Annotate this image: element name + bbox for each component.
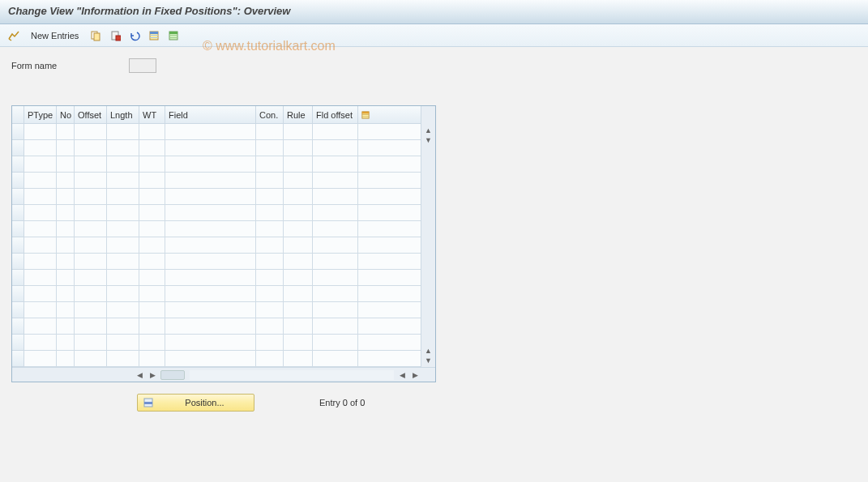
row-selector[interactable] xyxy=(12,286,24,302)
row-selector[interactable] xyxy=(12,302,24,318)
cell-lngth[interactable] xyxy=(107,205,139,221)
delete-icon[interactable] xyxy=(108,28,122,43)
cell-con[interactable] xyxy=(256,124,284,140)
cell-fld_offset[interactable] xyxy=(313,156,358,173)
cell-field[interactable] xyxy=(165,173,256,189)
row-selector[interactable] xyxy=(12,254,24,270)
hscroll-right2-icon[interactable]: ▶ xyxy=(409,369,421,381)
cell-field[interactable] xyxy=(165,286,256,302)
col-ptype[interactable]: PType xyxy=(24,106,57,123)
cell-offset[interactable] xyxy=(75,156,107,173)
cell-rule[interactable] xyxy=(284,237,313,254)
cell-field[interactable] xyxy=(165,221,256,237)
cell-ptype[interactable] xyxy=(24,140,57,156)
cell-offset[interactable] xyxy=(75,286,107,302)
scroll-down-icon[interactable]: ▼ xyxy=(424,356,434,365)
cell-no[interactable] xyxy=(57,189,75,205)
cell-fld_offset[interactable] xyxy=(313,124,358,140)
cell-ptype[interactable] xyxy=(24,156,57,173)
cell-wt[interactable] xyxy=(139,318,165,335)
cell-con[interactable] xyxy=(256,286,284,302)
cell-field[interactable] xyxy=(165,318,256,335)
cell-offset[interactable] xyxy=(75,189,107,205)
cell-con[interactable] xyxy=(256,254,284,270)
row-selector-header[interactable] xyxy=(12,106,24,123)
cell-con[interactable] xyxy=(256,140,284,156)
form-name-input[interactable] xyxy=(129,58,156,73)
cell-lngth[interactable] xyxy=(107,173,139,189)
row-selector[interactable] xyxy=(12,173,24,189)
cell-lngth[interactable] xyxy=(107,156,139,173)
cell-rule[interactable] xyxy=(284,124,313,140)
cell-no[interactable] xyxy=(57,335,75,351)
cell-wt[interactable] xyxy=(139,124,165,140)
cell-ptype[interactable] xyxy=(24,286,57,302)
cell-field[interactable] xyxy=(165,140,256,156)
cell-rule[interactable] xyxy=(284,221,313,237)
cell-rule[interactable] xyxy=(284,335,313,351)
cell-fld_offset[interactable] xyxy=(313,189,358,205)
cell-field[interactable] xyxy=(165,254,256,270)
horizontal-scrollbar[interactable]: ◀ ▶ ◀ ▶ xyxy=(12,367,435,382)
col-no[interactable]: No xyxy=(57,106,75,123)
cell-rule[interactable] xyxy=(284,189,313,205)
col-field[interactable]: Field xyxy=(165,106,256,123)
cell-ptype[interactable] xyxy=(24,173,57,189)
scroll-up-icon[interactable]: ▲ xyxy=(424,126,434,135)
cell-ptype[interactable] xyxy=(24,205,57,221)
cell-lngth[interactable] xyxy=(107,189,139,205)
cell-lngth[interactable] xyxy=(107,221,139,237)
cell-no[interactable] xyxy=(57,302,75,318)
cell-con[interactable] xyxy=(256,270,284,286)
cell-field[interactable] xyxy=(165,270,256,286)
cell-wt[interactable] xyxy=(139,205,165,221)
cell-ptype[interactable] xyxy=(24,351,57,367)
cell-con[interactable] xyxy=(256,156,284,173)
cell-con[interactable] xyxy=(256,205,284,221)
cell-ptype[interactable] xyxy=(24,302,57,318)
cell-fld_offset[interactable] xyxy=(313,140,358,156)
cell-offset[interactable] xyxy=(75,270,107,286)
table-config-icon[interactable] xyxy=(358,106,373,123)
cell-fld_offset[interactable] xyxy=(313,221,358,237)
cell-wt[interactable] xyxy=(139,351,165,367)
new-entries-button[interactable]: New Entries xyxy=(26,29,83,42)
cell-offset[interactable] xyxy=(75,302,107,318)
cell-ptype[interactable] xyxy=(24,124,57,140)
cell-rule[interactable] xyxy=(284,286,313,302)
col-wt[interactable]: WT xyxy=(139,106,165,123)
cell-con[interactable] xyxy=(256,318,284,335)
cell-ptype[interactable] xyxy=(24,189,57,205)
cell-ptype[interactable] xyxy=(24,254,57,270)
cell-con[interactable] xyxy=(256,335,284,351)
hscroll-right-icon[interactable]: ▶ xyxy=(147,369,158,381)
row-selector[interactable] xyxy=(12,335,24,351)
cell-lngth[interactable] xyxy=(107,302,139,318)
cell-lngth[interactable] xyxy=(107,270,139,286)
cell-ptype[interactable] xyxy=(24,335,57,351)
hscroll-thumb[interactable] xyxy=(160,370,185,380)
cell-ptype[interactable] xyxy=(24,237,57,254)
cell-con[interactable] xyxy=(256,237,284,254)
cell-field[interactable] xyxy=(165,124,256,140)
toggle-icon[interactable] xyxy=(6,28,21,43)
col-lngth[interactable]: Lngth xyxy=(107,106,139,123)
cell-lngth[interactable] xyxy=(107,318,139,335)
cell-no[interactable] xyxy=(57,270,75,286)
cell-rule[interactable] xyxy=(284,302,313,318)
cell-wt[interactable] xyxy=(139,156,165,173)
cell-fld_offset[interactable] xyxy=(313,351,358,367)
select-all-icon[interactable] xyxy=(147,28,161,43)
cell-offset[interactable] xyxy=(75,221,107,237)
cell-fld_offset[interactable] xyxy=(313,286,358,302)
cell-no[interactable] xyxy=(57,173,75,189)
cell-rule[interactable] xyxy=(284,270,313,286)
cell-fld_offset[interactable] xyxy=(313,318,358,335)
col-offset[interactable]: Offset xyxy=(75,106,107,123)
cell-lngth[interactable] xyxy=(107,237,139,254)
col-rule[interactable]: Rule xyxy=(284,106,313,123)
cell-lngth[interactable] xyxy=(107,335,139,351)
cell-ptype[interactable] xyxy=(24,318,57,335)
cell-no[interactable] xyxy=(57,221,75,237)
cell-no[interactable] xyxy=(57,205,75,221)
